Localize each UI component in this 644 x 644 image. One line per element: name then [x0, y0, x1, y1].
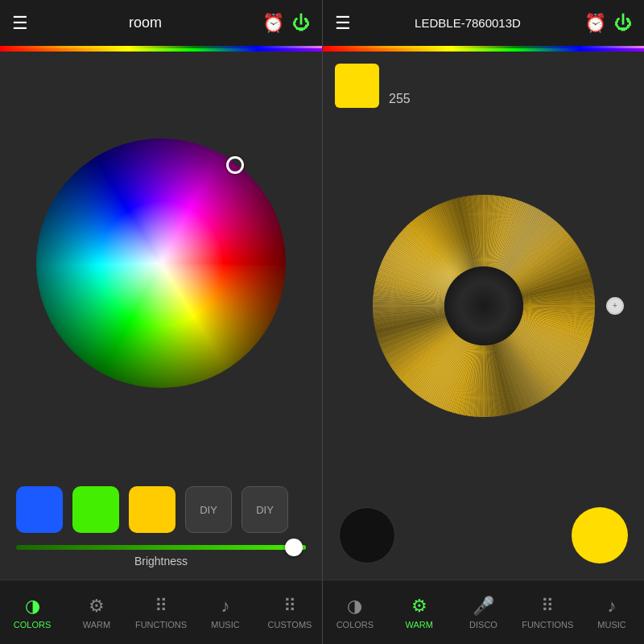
- color-wheel-area: [0, 52, 322, 474]
- dial-selector[interactable]: +: [606, 297, 624, 315]
- right-content: 255 +: [323, 52, 644, 507]
- right-colors-icon: ◑: [347, 596, 362, 617]
- swatches-area: DIY DIY: [0, 474, 322, 541]
- circle-black[interactable]: [339, 507, 395, 564]
- right-warm-icon: ⚙: [411, 596, 427, 617]
- left-power-icon[interactable]: ⏻: [292, 13, 310, 34]
- color-preview-box: [335, 64, 379, 108]
- nav-item-customs[interactable]: ⠿ CUSTOMS: [258, 580, 322, 644]
- functions-icon: ⠿: [155, 596, 167, 617]
- color-preview-area: 255: [335, 64, 632, 108]
- right-nav-item-warm[interactable]: ⚙ WARM: [387, 580, 452, 644]
- warm-icon: ⚙: [89, 596, 105, 617]
- nav-item-music[interactable]: ♪ MUSIC: [193, 580, 258, 644]
- color-wheel-container[interactable]: [36, 138, 286, 388]
- swatch-green[interactable]: [72, 486, 119, 533]
- right-music-icon: ♪: [608, 596, 617, 617]
- left-panel: ☰ room ⏰ ⏻ DIY DIY Brightness ◑ COLORS ⚙…: [0, 0, 322, 644]
- color-value: 255: [389, 64, 411, 106]
- right-nav-label-colors: COLORS: [336, 620, 374, 630]
- right-menu-icon[interactable]: ☰: [335, 13, 351, 34]
- colors-icon: ◑: [25, 596, 40, 617]
- right-title: LEDBLE-7860013D: [359, 16, 576, 30]
- nav-label-music: MUSIC: [211, 620, 239, 630]
- right-nav-label-functions: FUNCTIONS: [522, 620, 573, 630]
- swatch-diy-2[interactable]: DIY: [242, 486, 288, 533]
- right-nav-item-music[interactable]: ♪ MUSIC: [580, 580, 644, 644]
- nav-item-warm[interactable]: ⚙ WARM: [64, 580, 129, 644]
- music-icon: ♪: [221, 596, 230, 617]
- warm-dial-container[interactable]: +: [335, 116, 632, 495]
- right-nav-item-functions[interactable]: ⠿ FUNCTIONS: [515, 580, 580, 644]
- swatch-diy-1[interactable]: DIY: [185, 486, 232, 533]
- right-disco-icon: 🎤: [473, 596, 494, 617]
- right-header: ☰ LEDBLE-7860013D ⏰ ⏻: [323, 0, 644, 48]
- brightness-thumb[interactable]: [285, 539, 303, 556]
- left-header: ☰ room ⏰ ⏻: [0, 0, 322, 48]
- right-nav-item-colors[interactable]: ◑ COLORS: [323, 580, 387, 644]
- left-bottom-nav: ◑ COLORS ⚙ WARM ⠿ FUNCTIONS ♪ MUSIC ⠿ CU…: [0, 580, 322, 644]
- right-nav-label-warm: WARM: [405, 620, 432, 630]
- circle-yellow[interactable]: [572, 507, 628, 564]
- swatch-blue[interactable]: [16, 486, 63, 533]
- brightness-label: Brightness: [16, 555, 306, 568]
- brightness-area: Brightness: [0, 541, 322, 580]
- right-power-icon[interactable]: ⏻: [614, 13, 632, 34]
- right-nav-label-disco: DISCO: [469, 620, 497, 630]
- nav-label-customs: CUSTOMS: [268, 620, 312, 630]
- nav-item-functions[interactable]: ⠿ FUNCTIONS: [129, 580, 193, 644]
- nav-label-colors: COLORS: [14, 620, 51, 630]
- right-alarm-icon[interactable]: ⏰: [584, 13, 606, 34]
- left-menu-icon[interactable]: ☰: [12, 13, 28, 34]
- nav-label-functions: FUNCTIONS: [135, 620, 187, 630]
- right-nav-label-music: MUSIC: [597, 620, 625, 630]
- nav-item-colors[interactable]: ◑ COLORS: [0, 580, 64, 644]
- swatch-yellow[interactable]: [129, 486, 175, 533]
- right-panel: ☰ LEDBLE-7860013D ⏰ ⏻ 255 + ◑ COLORS ⚙ W…: [322, 0, 644, 644]
- wheel-selector[interactable]: [226, 156, 244, 174]
- customs-icon: ⠿: [283, 596, 296, 617]
- right-bottom-nav: ◑ COLORS ⚙ WARM 🎤 DISCO ⠿ FUNCTIONS ♪ MU…: [323, 580, 644, 644]
- left-title: room: [36, 14, 254, 31]
- nav-label-warm: WARM: [83, 620, 110, 630]
- brightness-track[interactable]: [16, 545, 306, 550]
- bottom-circles: [323, 507, 644, 580]
- right-functions-icon: ⠿: [541, 596, 554, 617]
- right-nav-item-disco[interactable]: 🎤 DISCO: [452, 580, 516, 644]
- left-alarm-icon[interactable]: ⏰: [262, 13, 284, 34]
